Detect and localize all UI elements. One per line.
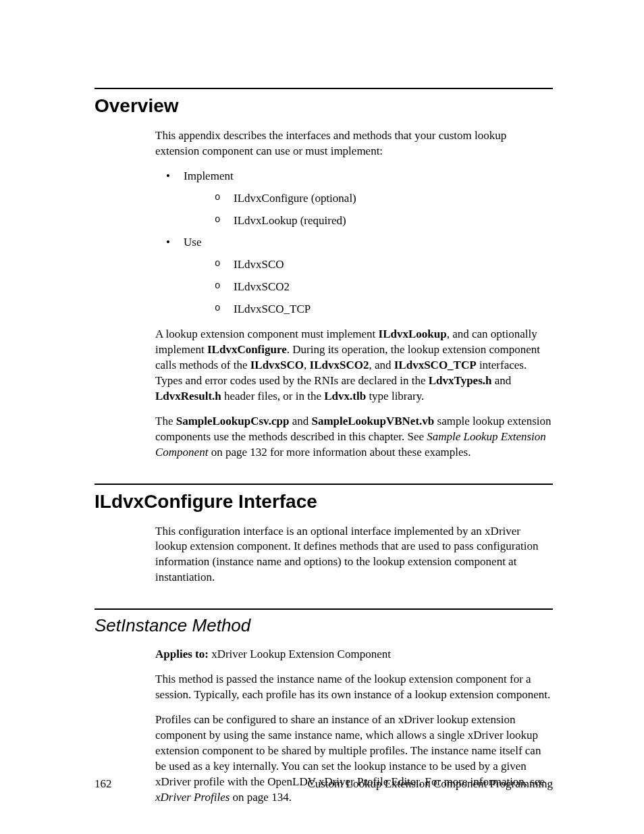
overview-intro: This appendix describes the interfaces a… xyxy=(155,128,553,159)
section-rule xyxy=(95,484,553,485)
applies-to-line: Applies to: xDriver Lookup Extension Com… xyxy=(155,647,553,662)
overview-heading: Overview xyxy=(95,93,553,119)
list-item-label: Implement xyxy=(184,170,234,182)
list-subitem: ILdvxConfigure (optional) xyxy=(184,191,553,207)
page-footer: 162 Custom Lookup Extension Component Pr… xyxy=(95,777,553,792)
list-item: Use ILdvxSCO ILdvxSCO2 ILdvxSCO_TCP xyxy=(155,235,553,317)
list-subitem: ILdvxLookup (required) xyxy=(184,213,553,229)
page-number: 162 xyxy=(95,777,112,792)
ildvxconfigure-heading: ILdvxConfigure Interface xyxy=(95,489,553,515)
setinstance-heading: SetInstance Method xyxy=(95,614,553,637)
overview-paragraph-2: A lookup extension component must implem… xyxy=(155,327,553,405)
overview-list: Implement ILdvxConfigure (optional) ILdv… xyxy=(155,169,553,318)
section-rule xyxy=(95,88,553,89)
setinstance-paragraph-1: This method is passed the instance name … xyxy=(155,672,553,703)
list-subitem: ILdvxSCO_TCP xyxy=(184,302,553,317)
subsection-rule xyxy=(95,608,553,610)
overview-paragraph-3: The SampleLookupCsv.cpp and SampleLookup… xyxy=(155,414,553,461)
list-item: Implement ILdvxConfigure (optional) ILdv… xyxy=(155,169,553,229)
list-subitem: ILdvxSCO xyxy=(184,257,553,273)
list-item-label: Use xyxy=(184,236,201,249)
footer-title: Custom Lookup Extension Component Progra… xyxy=(307,777,553,792)
list-subitem: ILdvxSCO2 xyxy=(184,280,553,295)
ildvxconfigure-paragraph: This configuration interface is an optio… xyxy=(155,524,553,586)
